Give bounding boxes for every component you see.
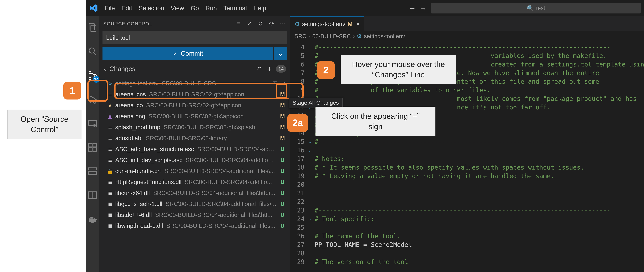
activity-remote[interactable]: [86, 117, 99, 130]
vscode-logo-icon: [89, 4, 98, 13]
breadcrumb-build[interactable]: 00-BUILD-SRC: [312, 33, 351, 40]
stage-all-plus-icon[interactable]: ＋: [266, 65, 273, 73]
callout-badge-2a: 2a: [287, 114, 308, 132]
scm-badge: 14: [93, 76, 100, 82]
menu-go[interactable]: Go: [190, 4, 199, 12]
activity-source-control[interactable]: 14: [86, 69, 99, 82]
menu-terminal[interactable]: Terminal: [223, 4, 247, 12]
discard-icon[interactable]: ↶: [280, 80, 286, 86]
gear-icon: ⚙: [107, 80, 113, 86]
nav-back-icon[interactable]: ←: [409, 4, 416, 12]
svg-rect-11: [89, 144, 92, 147]
callout-label-1: Open “Source Control”: [8, 110, 82, 139]
file-row[interactable]: ≣areena.icnsSRC\00-BUILD-SRC\02-gfx\appi…: [102, 89, 287, 100]
file-name: libstdc++-6.dll: [115, 212, 152, 218]
refresh-icon[interactable]: ⟳: [268, 20, 275, 27]
file-path: SRC\00-BUILD-SRC\02-gfx\splash: [164, 124, 277, 130]
svg-rect-16: [89, 172, 96, 175]
file-row[interactable]: ≣libcurl-x64.dllSRC\00-BUILD-SRC\04-addi…: [102, 188, 287, 198]
fold-column: ⌄⌄⌄⌄: [308, 42, 312, 272]
file-row[interactable]: ▣areena.pngSRC\00-BUILD-SRC\02-gfx\appic…: [102, 111, 287, 122]
svg-rect-12: [93, 144, 96, 147]
commit-message-input[interactable]: build tool: [102, 31, 287, 44]
file-row[interactable]: ⚙settings-tool.envSRC\00-BUILD-SRC⇱↶: [102, 78, 287, 89]
file-status: M: [279, 91, 286, 98]
file-name: HttpRequestFunctions.dll: [115, 179, 182, 186]
discard-all-icon[interactable]: ↶: [255, 65, 263, 73]
file-path: SRC\00-BUILD-SRC: [162, 80, 270, 87]
file-name: libgcc_s_seh-1.dll: [115, 201, 162, 207]
chevron-down-icon: ⌄: [103, 66, 108, 72]
file-path: SRC\00-BUILD-SRC\04-additiona...: [186, 157, 277, 164]
menu-run[interactable]: Run: [206, 4, 217, 12]
file-path: SRC\00-BUILD-SRC\04-additional_files\...: [164, 168, 277, 174]
file-row[interactable]: ≣libstdc++-6.dllSRC\00-BUILD-SRC\04-addi…: [102, 209, 287, 220]
file-path: SRC\00-BUILD-SRC\04-additional_files...: [166, 222, 277, 229]
svg-line-3: [94, 53, 96, 56]
file-row[interactable]: ≣ASC_init_dev_scripts.ascSRC\00-BUILD-SR…: [102, 154, 287, 166]
file-row[interactable]: 🔒curl-ca-bundle.crtSRC\00-BUILD-SRC\04-a…: [102, 166, 287, 176]
commit-dropdown[interactable]: ⌄: [274, 47, 287, 60]
menu-edit[interactable]: Edit: [122, 4, 132, 12]
history-icon[interactable]: ↺: [258, 20, 264, 27]
gear-icon: ⚙: [295, 21, 300, 27]
menu-file[interactable]: File: [105, 4, 115, 12]
view-as-tree-icon[interactable]: ≡: [236, 20, 242, 27]
menu-selection[interactable]: Selection: [139, 4, 164, 12]
editor-tabs: ⚙ settings-tool.env M ×: [290, 16, 644, 31]
callout-badge-2: 2: [317, 61, 335, 79]
changes-file-list: ⚙settings-tool.envSRC\00-BUILD-SRC⇱↶≣are…: [102, 78, 287, 231]
file-name: libcurl-x64.dll: [115, 190, 150, 196]
open-file-icon[interactable]: ⇱: [272, 80, 278, 86]
breadcrumb-file[interactable]: settings-tool.env: [364, 33, 405, 40]
sidebar-header: SOURCE CONTROL ≡ ✓ ↺ ⟳ ⋯: [99, 16, 290, 31]
commit-check-icon[interactable]: ✓: [246, 20, 253, 27]
activity-window[interactable]: [86, 189, 99, 202]
commit-button[interactable]: ✓ Commit: [102, 47, 273, 60]
svg-marker-7: [90, 96, 96, 103]
file-status: M: [279, 113, 286, 120]
more-icon[interactable]: ⋯: [280, 20, 286, 27]
file-status: M: [279, 135, 286, 142]
search-placeholder: test: [536, 5, 545, 12]
file-row[interactable]: ≣libwinpthread-1.dllSRC\00-BUILD-SRC\04-…: [102, 220, 287, 231]
activity-explorer[interactable]: [86, 21, 99, 34]
breadcrumb-src[interactable]: SRC: [294, 33, 306, 40]
changes-header[interactable]: ⌄ Changes ↶ ＋ 14: [102, 62, 287, 75]
command-center-search[interactable]: 🔍 test: [431, 3, 641, 14]
tab-label: settings-tool.env: [302, 21, 345, 28]
file-path: SRC\00-BUILD-SRC\03-library: [146, 135, 277, 142]
file-path: SRC\00-BUILD-SRC\04-addi...: [197, 146, 277, 152]
check-icon: ✓: [172, 50, 178, 57]
breadcrumb[interactable]: SRC › 00-BUILD-SRC › ⚙ settings-tool.env: [290, 31, 644, 42]
activity-extensions[interactable]: [86, 141, 99, 154]
svg-point-5: [89, 77, 91, 79]
file-path: SRC\00-BUILD-SRC\04-additio...: [185, 179, 277, 186]
file-path: SRC\00-BUILD-SRC\04-additional_files\...: [166, 201, 277, 207]
tab-modified-badge: M: [348, 21, 352, 28]
activity-editors[interactable]: [86, 165, 99, 178]
file-row[interactable]: ≣libgcc_s_seh-1.dllSRC\00-BUILD-SRC\04-a…: [102, 198, 287, 209]
file-row[interactable]: ≣splash_mod.bmpSRC\00-BUILD-SRC\02-gfx\s…: [102, 122, 287, 133]
nav-forward-icon[interactable]: →: [420, 4, 427, 12]
svg-rect-13: [89, 148, 92, 151]
file-status: U: [279, 168, 286, 174]
file-row[interactable]: ≣ASC_add_base_structure.ascSRC\00-BUILD-…: [102, 144, 287, 154]
star-icon: ★: [107, 102, 113, 108]
activity-search[interactable]: [86, 45, 99, 58]
file-name: splash_mod.bmp: [115, 124, 160, 130]
stage-all-tooltip: Stage All Changes: [289, 98, 342, 108]
menu-help[interactable]: Help: [254, 4, 266, 12]
file-row[interactable]: ★areena.icoSRC\00-BUILD-SRC\02-gfx\appic…: [102, 100, 287, 111]
tab-settings-tool[interactable]: ⚙ settings-tool.env M ×: [290, 16, 364, 31]
file-row[interactable]: ≣adostd.ablSRC\00-BUILD-SRC\03-libraryM: [102, 133, 287, 144]
close-icon[interactable]: ×: [356, 21, 360, 28]
file-row[interactable]: ≣HttpRequestFunctions.dllSRC\00-BUILD-SR…: [102, 176, 287, 188]
activity-run-debug[interactable]: [86, 93, 99, 106]
file-name: adostd.abl: [115, 135, 143, 142]
activity-docker[interactable]: [86, 212, 99, 226]
file-path: SRC\00-BUILD-SRC\04-additional_files\htt…: [153, 190, 277, 196]
file-name: areena.png: [115, 113, 145, 120]
vscode-window: File Edit Selection View Go Run Terminal…: [86, 0, 644, 272]
menu-view[interactable]: View: [171, 4, 184, 12]
